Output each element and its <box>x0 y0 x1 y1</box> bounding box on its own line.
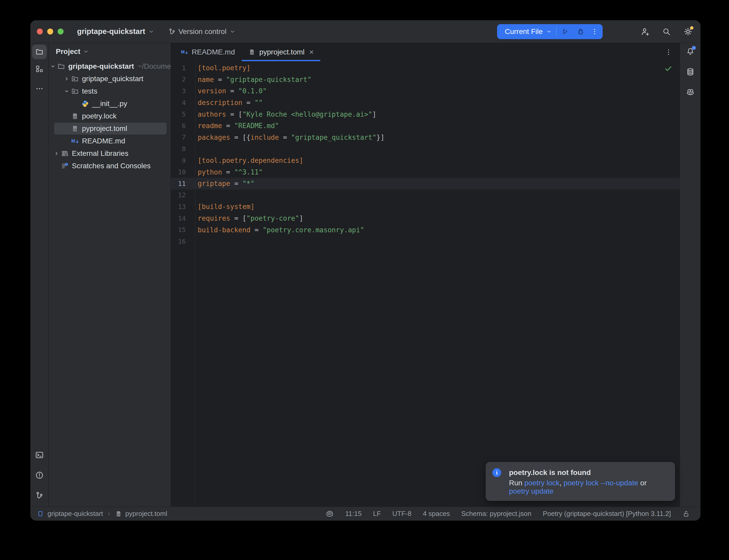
right-tool-strip <box>680 43 700 507</box>
code-line-9[interactable]: 9[tool.poetry.dependencies] <box>171 155 680 166</box>
chevron-down-icon[interactable] <box>48 63 57 69</box>
terminal-tool-button[interactable] <box>35 451 44 459</box>
close-window-button[interactable] <box>37 29 43 34</box>
chevron-right-icon[interactable] <box>52 150 61 157</box>
tree-item-scratches-and-consoles[interactable]: Scratches and Consoles <box>48 160 171 172</box>
notification-title: poetry.lock is not found <box>509 468 668 477</box>
code-line-11[interactable]: 11griptape = "*" <box>171 178 680 190</box>
status-widget-4-spaces[interactable]: 4 spaces <box>423 510 450 518</box>
tree-item--init-py[interactable]: __init__.py <box>48 97 171 110</box>
main-area: Project griptape-quickstart~/Documegript… <box>30 43 700 507</box>
minimize-window-button[interactable] <box>47 29 53 34</box>
external-libraries-icon <box>61 150 69 157</box>
code-line-6[interactable]: 6readme = "README.md" <box>171 120 680 132</box>
code-line-2[interactable]: 2name = "griptape-quickstart" <box>171 74 680 86</box>
structure-tool-button[interactable] <box>35 65 44 73</box>
line-number: 16 <box>171 238 195 245</box>
copilot-icon[interactable] <box>325 510 334 518</box>
more-tool-windows-button[interactable] <box>35 85 44 93</box>
code-line-13[interactable]: 13[build-system] <box>171 201 680 213</box>
code-text: version = "0.1.0" <box>195 87 267 95</box>
notification-link-poetry-update[interactable]: poetry update <box>509 487 553 495</box>
problems-tool-button[interactable] <box>35 471 44 480</box>
tab-label: README.md <box>192 48 235 56</box>
code-line-8[interactable]: 8 <box>171 143 680 155</box>
code-line-16[interactable]: 16 <box>171 236 680 247</box>
zoom-window-button[interactable] <box>58 29 64 34</box>
notification-balloon[interactable]: i poetry.lock is not found Run poetry lo… <box>486 462 675 501</box>
line-number: 7 <box>171 134 195 141</box>
project-panel-header[interactable]: Project <box>48 43 171 60</box>
version-control-tool-button[interactable] <box>35 491 44 500</box>
code-line-4[interactable]: 4description = "" <box>171 97 680 109</box>
line-number: 14 <box>171 215 195 222</box>
project-tool-button[interactable] <box>32 45 47 59</box>
tree-item-label: griptape-quickstart <box>68 62 134 71</box>
line-number: 9 <box>171 157 195 164</box>
lock-open-icon[interactable] <box>682 510 690 518</box>
code-line-3[interactable]: 3version = "0.1.0" <box>171 85 680 97</box>
tree-item-poetry-lock[interactable]: [T]poetry.lock <box>48 110 171 122</box>
status-widget-schema-pyproject-json[interactable]: Schema: pyproject.json <box>461 510 531 518</box>
tree-item-griptape-quickstart[interactable]: griptape-quickstart~/Docume <box>48 60 171 73</box>
chevron-right-icon[interactable] <box>62 76 71 82</box>
line-number: 15 <box>171 226 195 234</box>
left-tool-strip <box>30 43 48 507</box>
database-tool-button[interactable] <box>686 67 695 76</box>
project-widget-label: griptape-quickstart <box>77 27 145 36</box>
status-widget-poetry-griptape-quicksta[interactable]: Poetry (griptape-quickstart) [Python 3.1… <box>543 510 671 518</box>
code-line-7[interactable]: 7packages = [{include = "griptape_quicks… <box>171 132 680 143</box>
tab-pyproject-toml[interactable]: [T]pyproject.toml× <box>241 43 320 61</box>
tree-item-external-libraries[interactable]: External Libraries <box>48 147 171 160</box>
tab-options-button[interactable] <box>665 48 672 56</box>
notification-link-poetry-lock[interactable]: poetry lock <box>524 479 559 487</box>
debug-button[interactable] <box>576 27 585 36</box>
chevron-down-icon <box>229 28 236 35</box>
run-button[interactable] <box>561 27 570 36</box>
tab-label: pyproject.toml <box>259 48 304 56</box>
tree-item-path: ~/Docume <box>138 62 171 71</box>
code-line-12[interactable]: 12 <box>171 190 680 201</box>
line-number: 5 <box>171 110 195 118</box>
titlebar-actions <box>640 27 693 36</box>
code-line-10[interactable]: 10python = "^3.11" <box>171 166 680 178</box>
vcs-widget[interactable]: Version control <box>168 27 236 36</box>
run-config-selector[interactable]: Current File <box>505 27 543 36</box>
settings-button[interactable] <box>683 27 693 36</box>
tree-item-tests[interactable]: tests <box>48 85 171 97</box>
chevron-down-icon[interactable] <box>62 88 71 94</box>
add-user-button[interactable] <box>640 27 650 36</box>
status-widget-11-15[interactable]: 11:15 <box>345 510 361 518</box>
more-run-options-button[interactable] <box>591 28 599 36</box>
line-number: 2 <box>171 76 195 83</box>
search-button[interactable] <box>662 27 671 36</box>
project-tree: griptape-quickstart~/Documegriptape_quic… <box>48 60 171 172</box>
breadcrumb-file[interactable]: pyproject.toml <box>125 510 167 518</box>
notifications-tool-button[interactable] <box>686 47 695 56</box>
tree-item-readme-md[interactable]: MREADME.md <box>48 135 171 147</box>
package-folder-icon <box>71 87 79 95</box>
vcs-widget-label: Version control <box>178 27 226 36</box>
ai-assistant-tool-button[interactable] <box>686 88 695 97</box>
svg-text:M: M <box>181 50 185 54</box>
project-widget[interactable]: griptape-quickstart <box>77 27 155 36</box>
tree-item-pyproject-toml[interactable]: [T]pyproject.toml <box>48 122 171 135</box>
svg-text:[T]: [T] <box>117 514 121 516</box>
status-widget-utf-8[interactable]: UTF-8 <box>392 510 412 518</box>
notification-link-poetry-lock-no-update[interactable]: poetry lock --no-update <box>564 479 638 487</box>
tab-readme-md[interactable]: MREADME.md <box>174 43 241 61</box>
chevron-down-icon[interactable] <box>546 29 552 35</box>
tree-item-griptape-quickstart[interactable]: griptape_quickstart <box>48 73 171 85</box>
code-line-15[interactable]: 15build-backend = "poetry.core.masonry.a… <box>171 224 680 236</box>
code-line-1[interactable]: 1[tool.poetry] <box>171 62 680 74</box>
breadcrumb-project[interactable]: griptape-quickstart <box>47 510 103 518</box>
code-editor[interactable]: 1[tool.poetry]2name = "griptape-quicksta… <box>171 61 680 507</box>
code-line-5[interactable]: 5authors = ["Kyle Roche <hello@griptape.… <box>171 108 680 120</box>
code-line-14[interactable]: 14requires = ["poetry-core"] <box>171 213 680 224</box>
settings-update-badge <box>690 26 693 30</box>
status-widget-lf[interactable]: LF <box>373 510 381 518</box>
inspections-ok-icon[interactable] <box>664 64 672 73</box>
breadcrumb: griptape-quickstart [T] pyproject.toml <box>37 510 167 518</box>
close-tab-icon[interactable]: × <box>309 48 314 57</box>
scratches-icon <box>61 162 69 170</box>
